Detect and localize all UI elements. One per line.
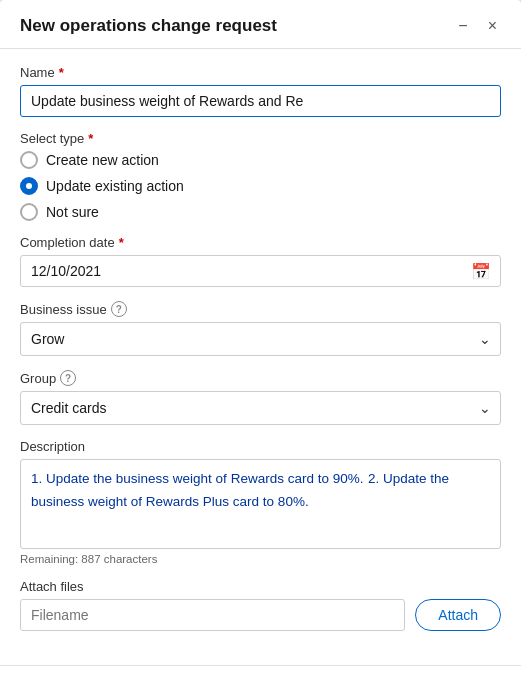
dialog-body: Name * Select type * Create new action U… [0,49,521,661]
select-type-field-group: Select type * Create new action Update e… [20,131,501,221]
radio-item-update[interactable]: Update existing action [20,177,501,195]
business-issue-select-wrapper: Grow Retain Acquire ⌄ [20,322,501,356]
group-select[interactable]: Credit cards Personal loans Mortgages [20,391,501,425]
business-issue-select[interactable]: Grow Retain Acquire [20,322,501,356]
radio-update-label: Update existing action [46,178,184,194]
radio-create[interactable] [20,151,38,169]
description-box[interactable]: 1. Update the business weight of Rewards… [20,459,501,549]
dialog-footer: Cancel Create [0,665,521,677]
char-remaining: Remaining: 887 characters [20,553,501,565]
group-select-wrapper: Credit cards Personal loans Mortgages ⌄ [20,391,501,425]
radio-item-create[interactable]: Create new action [20,151,501,169]
attach-files-label: Attach files [20,579,501,594]
description-label: Description [20,439,501,454]
select-type-required: * [88,131,93,146]
description-line-1: 1. Update the business weight of Rewards… [31,471,363,486]
radio-update[interactable] [20,177,38,195]
header-controls: − × [454,16,501,36]
dialog-container: New operations change request − × Name *… [0,0,521,677]
dialog-title: New operations change request [20,16,277,36]
select-type-label: Select type * [20,131,501,146]
radio-notsure-label: Not sure [46,204,99,220]
name-input[interactable] [20,85,501,117]
dialog-header: New operations change request − × [0,0,521,49]
group-label: Group ? [20,370,501,386]
name-label: Name * [20,65,501,80]
completion-date-input[interactable] [20,255,501,287]
attach-files-field-group: Attach files Attach [20,579,501,631]
business-issue-label: Business issue ? [20,301,501,317]
completion-date-label: Completion date * [20,235,501,250]
filename-input[interactable] [20,599,405,631]
minimize-button[interactable]: − [454,16,471,36]
radio-create-label: Create new action [46,152,159,168]
completion-date-required: * [119,235,124,250]
business-issue-field-group: Business issue ? Grow Retain Acquire ⌄ [20,301,501,356]
close-button[interactable]: × [484,16,501,36]
description-field-group: Description 1. Update the business weigh… [20,439,501,565]
group-field-group: Group ? Credit cards Personal loans Mort… [20,370,501,425]
business-issue-help-icon[interactable]: ? [111,301,127,317]
radio-item-notsure[interactable]: Not sure [20,203,501,221]
group-help-icon[interactable]: ? [60,370,76,386]
attach-button[interactable]: Attach [415,599,501,631]
radio-group: Create new action Update existing action… [20,151,501,221]
attach-row: Attach [20,599,501,631]
date-input-wrapper: 📅 [20,255,501,287]
completion-date-field-group: Completion date * 📅 [20,235,501,287]
name-required: * [59,65,64,80]
name-field-group: Name * [20,65,501,117]
radio-notsure[interactable] [20,203,38,221]
